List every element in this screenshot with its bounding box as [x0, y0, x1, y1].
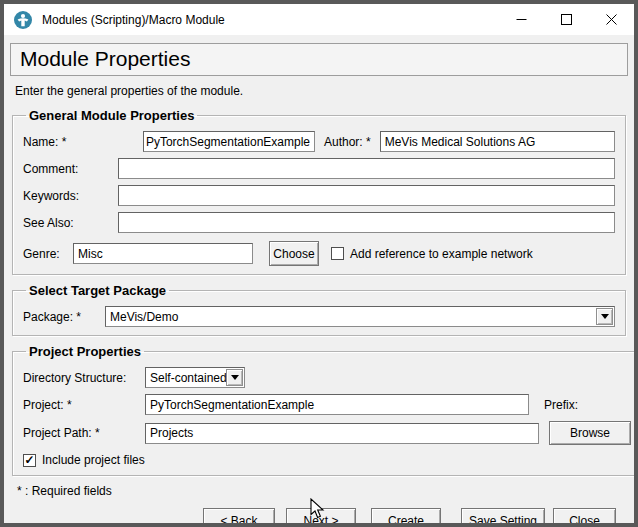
name-label: Name: *: [23, 135, 143, 149]
include-project-files-label: Include project files: [42, 453, 145, 467]
package-row: Package: * MeVis/Demo: [23, 306, 615, 327]
mevislab-logo-icon: [14, 11, 32, 29]
prefix-label: Prefix:: [544, 398, 578, 412]
package-dropdown-icon[interactable]: [596, 308, 613, 325]
dialog-body: Module Properties Enter the general prop…: [4, 35, 634, 523]
group-project-properties: Project Properties Directory Structure: …: [12, 344, 634, 476]
close-button[interactable]: Close: [553, 508, 616, 523]
titlebar[interactable]: Modules (Scripting)/Macro Module: [4, 4, 634, 35]
save-setting-button[interactable]: Save Setting: [461, 508, 545, 523]
group-general-module-properties: General Module Properties Name: * PyTorc…: [12, 108, 626, 275]
group-package-title: Select Target Package: [26, 283, 169, 298]
directory-structure-dropdown-icon[interactable]: [226, 369, 243, 386]
page-title: Module Properties: [10, 43, 628, 76]
wizard-button-row: < Back Next > Create Save Setting Close: [10, 508, 616, 523]
maximize-icon[interactable]: [544, 4, 589, 35]
see-also-row: See Also:: [23, 212, 615, 233]
add-reference-checkbox[interactable]: [331, 247, 344, 260]
back-button[interactable]: < Back: [203, 508, 275, 523]
add-reference-label: Add reference to example network: [350, 247, 533, 261]
genre-label: Genre:: [23, 247, 73, 261]
package-selected-value: MeVis/Demo: [110, 310, 178, 324]
include-files-row: Include project files: [23, 453, 631, 467]
project-path-label: Project Path: *: [23, 426, 145, 440]
directory-structure-select[interactable]: Self-contained: [145, 367, 245, 388]
genre-input[interactable]: Misc: [73, 243, 253, 264]
comment-input[interactable]: [118, 158, 615, 179]
project-input[interactable]: PyTorchSegmentationExample: [145, 394, 529, 415]
author-input[interactable]: MeVis Medical Solutions AG: [380, 131, 615, 152]
window-frame: Modules (Scripting)/Macro Module Module …: [0, 0, 638, 527]
keywords-input[interactable]: [118, 185, 615, 206]
directory-structure-value: Self-contained: [150, 371, 227, 385]
page-subtitle: Enter the general properties of the modu…: [15, 84, 628, 98]
author-label: Author: *: [324, 135, 371, 149]
choose-button[interactable]: Choose: [269, 241, 319, 266]
project-label: Project: *: [23, 398, 145, 412]
required-fields-note: * : Required fields: [17, 484, 628, 498]
see-also-input[interactable]: [118, 212, 615, 233]
project-path-row: Project Path: * Projects Browse: [23, 421, 631, 445]
directory-structure-label: Directory Structure:: [23, 371, 145, 385]
browse-button[interactable]: Browse: [549, 421, 631, 445]
comment-row: Comment:: [23, 158, 615, 179]
keywords-row: Keywords:: [23, 185, 615, 206]
see-also-label: See Also:: [23, 216, 118, 230]
group-general-title: General Module Properties: [26, 108, 197, 123]
window-controls: [499, 4, 634, 35]
minimize-icon[interactable]: [499, 4, 544, 35]
package-select[interactable]: MeVis/Demo: [105, 306, 615, 327]
genre-row: Genre: Misc Choose Add reference to exam…: [23, 241, 615, 266]
comment-label: Comment:: [23, 162, 118, 176]
name-author-row: Name: * PyTorchSegmentationExample Autho…: [23, 131, 615, 152]
include-project-files-checkbox[interactable]: [23, 454, 36, 467]
create-button[interactable]: Create: [371, 508, 441, 523]
group-select-target-package: Select Target Package Package: * MeVis/D…: [12, 283, 626, 336]
window-title: Modules (Scripting)/Macro Module: [42, 13, 499, 27]
directory-structure-row: Directory Structure: Self-contained: [23, 367, 631, 388]
group-project-title: Project Properties: [26, 344, 144, 359]
name-input[interactable]: PyTorchSegmentationExample: [143, 131, 315, 152]
close-icon[interactable]: [589, 4, 634, 35]
package-label: Package: *: [23, 310, 105, 324]
keywords-label: Keywords:: [23, 189, 118, 203]
module-wizard-dialog: Modules (Scripting)/Macro Module Module …: [4, 4, 634, 523]
project-path-input[interactable]: Projects: [145, 423, 539, 444]
next-button[interactable]: Next >: [286, 508, 356, 523]
project-row: Project: * PyTorchSegmentationExample Pr…: [23, 394, 631, 415]
